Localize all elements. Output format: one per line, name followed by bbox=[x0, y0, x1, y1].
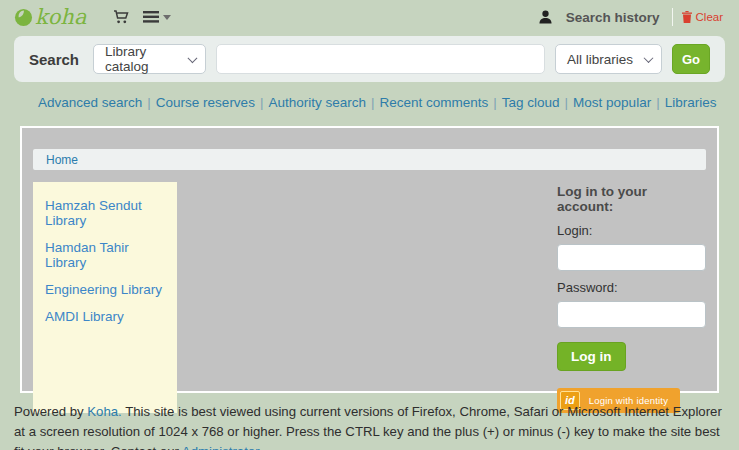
catalog-nav: Advanced search|Course reserves|Authorit… bbox=[38, 95, 739, 110]
nav-authority-search[interactable]: Authority search bbox=[268, 95, 366, 110]
chevron-down-icon bbox=[644, 53, 654, 63]
nav-most-popular[interactable]: Most popular bbox=[573, 95, 651, 110]
lists-menu[interactable] bbox=[143, 10, 171, 24]
library-link-amdi[interactable]: AMDI Library bbox=[45, 303, 165, 330]
login-button[interactable]: Log in bbox=[557, 342, 626, 371]
search-input[interactable] bbox=[216, 44, 545, 74]
nav-separator: | bbox=[366, 95, 380, 110]
footer-powered-prefix: Powered by bbox=[14, 404, 87, 419]
nav-separator: | bbox=[651, 95, 665, 110]
login-username-label: Login: bbox=[557, 223, 706, 238]
caret-down-icon bbox=[163, 15, 171, 20]
cart-icon[interactable] bbox=[113, 9, 129, 25]
top-bar: koha Search history bbox=[0, 0, 739, 32]
nav-course-reserves[interactable]: Course reserves bbox=[156, 95, 255, 110]
login-heading: Log in to your account: bbox=[557, 184, 706, 214]
go-button[interactable]: Go bbox=[672, 44, 710, 74]
main-content: Home Hamzah Sendut Library Hamdan Tahir … bbox=[20, 126, 719, 393]
koha-footer-link[interactable]: Koha. bbox=[87, 404, 121, 419]
login-form: Log in to your account: Login: Password:… bbox=[557, 182, 706, 413]
nav-separator: | bbox=[560, 95, 574, 110]
koha-leaf-icon bbox=[14, 8, 33, 27]
trash-icon bbox=[682, 11, 692, 23]
nav-separator: | bbox=[255, 95, 269, 110]
user-icon bbox=[539, 10, 552, 24]
lists-icon bbox=[143, 10, 159, 24]
library-links-box: Hamzah Sendut Library Hamdan Tahir Libra… bbox=[33, 182, 177, 413]
login-password-label: Password: bbox=[557, 280, 706, 295]
breadcrumb-home-link[interactable]: Home bbox=[46, 153, 78, 167]
koha-logo[interactable]: koha bbox=[14, 7, 86, 28]
koha-logo-text: koha bbox=[35, 7, 86, 28]
footer-text: Powered by Koha. This site is best viewe… bbox=[14, 402, 725, 450]
search-history-link[interactable]: Search history bbox=[566, 10, 660, 25]
search-type-select[interactable]: Library catalog bbox=[93, 44, 206, 74]
library-link-hamdan-tahir[interactable]: Hamdan Tahir Library bbox=[45, 234, 165, 276]
library-link-hamzah-sendut[interactable]: Hamzah Sendut Library bbox=[45, 192, 165, 234]
nav-recent-comments[interactable]: Recent comments bbox=[379, 95, 488, 110]
top-bar-right: Search history Clear bbox=[532, 8, 723, 26]
clear-search-history-link[interactable]: Clear bbox=[682, 11, 723, 23]
clear-label: Clear bbox=[696, 11, 723, 23]
nav-advanced-search[interactable]: Advanced search bbox=[38, 95, 142, 110]
nav-separator: | bbox=[142, 95, 156, 110]
login-username-input[interactable] bbox=[557, 244, 706, 271]
library-select[interactable]: All libraries bbox=[555, 44, 662, 74]
search-bar: Search Library catalog All libraries Go bbox=[14, 36, 725, 82]
library-select-value: All libraries bbox=[567, 52, 633, 67]
nav-tag-cloud[interactable]: Tag cloud bbox=[502, 95, 560, 110]
nav-separator: | bbox=[488, 95, 502, 110]
search-type-value: Library catalog bbox=[105, 44, 189, 74]
administrator-link[interactable]: Administrator bbox=[182, 444, 259, 450]
login-password-input[interactable] bbox=[557, 301, 706, 328]
library-link-engineering[interactable]: Engineering Library bbox=[45, 276, 165, 303]
footer-suffix: . bbox=[259, 444, 263, 450]
content-columns: Hamzah Sendut Library Hamdan Tahir Libra… bbox=[33, 182, 706, 413]
breadcrumb: Home bbox=[33, 149, 706, 170]
divider bbox=[672, 8, 673, 26]
search-label: Search bbox=[29, 51, 79, 68]
nav-libraries[interactable]: Libraries bbox=[665, 95, 717, 110]
